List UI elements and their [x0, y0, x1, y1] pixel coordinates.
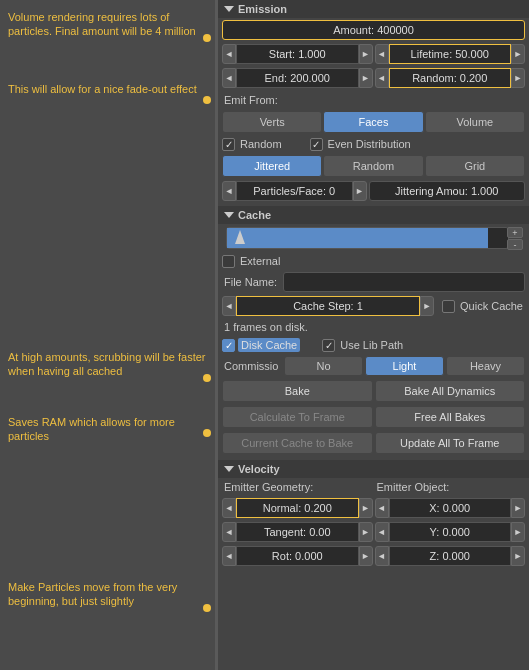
tangent-y-row: ◄ Tangent: 0.00 ► ◄ Y: 0.000 ►	[218, 520, 529, 544]
cache-step-dec[interactable]: ◄	[222, 296, 236, 316]
z-field[interactable]: Z: 0.000	[389, 546, 512, 566]
y-field-group: ◄ Y: 0.000 ►	[375, 522, 526, 542]
tab-jittered[interactable]: Jittered	[222, 155, 322, 177]
disk-cache-item: Disk Cache	[222, 338, 300, 352]
amount-row: Amount: 400000	[218, 18, 529, 42]
file-name-row: File Name:	[218, 270, 529, 294]
file-name-input[interactable]	[283, 272, 525, 292]
cache-bar[interactable]	[226, 227, 509, 249]
y-field[interactable]: Y: 0.000	[389, 522, 512, 542]
compression-row: Commissio No Light Heavy	[218, 354, 529, 378]
bake-btn[interactable]: Bake	[222, 380, 373, 402]
cache-collapse-icon[interactable]	[224, 212, 234, 218]
particles-face-inc[interactable]: ►	[353, 181, 367, 201]
y-inc-btn[interactable]: ►	[511, 522, 525, 542]
lifetime-field[interactable]: Lifetime: 50.000	[389, 44, 512, 64]
random-field[interactable]: Random: 0.200	[389, 68, 512, 88]
emit-from-tabs: Verts Faces Volume	[218, 109, 529, 135]
random-checkbox-item: Random	[222, 137, 284, 151]
jittering-field[interactable]: Jittering Amou: 1.000	[369, 181, 526, 201]
svg-marker-0	[235, 230, 245, 244]
dist-tab-group: Jittered Random Grid	[222, 155, 525, 177]
tab-faces[interactable]: Faces	[323, 111, 423, 133]
velocity-collapse-icon[interactable]	[224, 466, 234, 472]
end-field[interactable]: End: 200.000	[236, 68, 359, 88]
compression-group: No Light Heavy	[284, 356, 525, 376]
tangent-inc-btn[interactable]: ►	[359, 522, 373, 542]
update-all-btn[interactable]: Update All To Frame	[375, 432, 526, 454]
cache-plus-btn[interactable]: +	[507, 227, 523, 238]
random-inc-btn[interactable]: ►	[511, 68, 525, 88]
tab-verts[interactable]: Verts	[222, 111, 322, 133]
end-dec-btn[interactable]: ◄	[222, 68, 236, 88]
normal-dec-btn[interactable]: ◄	[222, 498, 236, 518]
external-checkbox[interactable]	[222, 255, 235, 268]
start-field[interactable]: Start: 1.000	[236, 44, 359, 64]
rot-field[interactable]: Rot: 0.000	[236, 546, 359, 566]
start-lifetime-row: ◄ Start: 1.000 ► ◄ Lifetime: 50.000 ►	[218, 42, 529, 66]
cache-step-field[interactable]: Cache Step: 1	[236, 296, 420, 316]
calculate-btn[interactable]: Calculate To Frame	[222, 406, 373, 428]
use-lib-path-checkbox[interactable]	[322, 339, 335, 352]
current-cache-row: Current Cache to Bake Update All To Fram…	[218, 430, 529, 456]
start-inc-btn[interactable]: ►	[359, 44, 373, 64]
cache-cursor	[235, 230, 245, 246]
amount-field[interactable]: Amount: 400000	[222, 20, 525, 40]
cache-side-btns: + -	[507, 227, 523, 250]
x-dec-btn[interactable]: ◄	[375, 498, 389, 518]
x-inc-btn[interactable]: ►	[511, 498, 525, 518]
comp-heavy-btn[interactable]: Heavy	[446, 356, 525, 376]
quick-cache-item: Quick Cache	[442, 299, 525, 313]
emit-from-row: Emit From:	[218, 90, 529, 109]
tangent-field-group: ◄ Tangent: 0.00 ►	[222, 522, 373, 542]
quick-cache-checkbox[interactable]	[442, 300, 455, 313]
end-field-group: ◄ End: 200.000 ►	[222, 68, 373, 88]
rot-inc-btn[interactable]: ►	[359, 546, 373, 566]
z-dec-btn[interactable]: ◄	[375, 546, 389, 566]
external-item: External	[222, 254, 282, 268]
annotation-4: Saves RAM which allows for more particle…	[8, 415, 207, 444]
normal-x-row: ◄ Normal: 0.200 ► ◄ X: 0.000 ►	[218, 496, 529, 520]
random-dec-btn[interactable]: ◄	[375, 68, 389, 88]
annotation-5: Make Particles move from the very beginn…	[8, 580, 207, 609]
x-field[interactable]: X: 0.000	[389, 498, 512, 518]
annotations-panel: Volume rendering requires lots of partic…	[0, 0, 215, 670]
comp-light-btn[interactable]: Light	[365, 356, 444, 376]
particles-face-field[interactable]: Particles/Face: 0	[236, 181, 353, 201]
even-dist-item: Even Distribution	[310, 137, 413, 151]
tab-volume[interactable]: Volume	[425, 111, 525, 133]
cache-minus-btn[interactable]: -	[507, 239, 523, 250]
free-all-btn[interactable]: Free All Bakes	[375, 406, 526, 428]
end-inc-btn[interactable]: ►	[359, 68, 373, 88]
start-dec-btn[interactable]: ◄	[222, 44, 236, 64]
normal-inc-btn[interactable]: ►	[359, 498, 373, 518]
emission-collapse-icon[interactable]	[224, 6, 234, 12]
cache-step-inc[interactable]: ►	[420, 296, 434, 316]
lifetime-inc-btn[interactable]: ►	[511, 44, 525, 64]
current-cache-btn[interactable]: Current Cache to Bake	[222, 432, 373, 454]
lifetime-dec-btn[interactable]: ◄	[375, 44, 389, 64]
tab-random[interactable]: Random	[323, 155, 423, 177]
bake-all-dynamics-btn[interactable]: Bake All Dynamics	[375, 380, 526, 402]
comp-no-btn[interactable]: No	[284, 356, 363, 376]
tangent-field[interactable]: Tangent: 0.00	[236, 522, 359, 542]
normal-field[interactable]: Normal: 0.200	[236, 498, 359, 518]
annotation-dot-2	[203, 96, 211, 104]
tangent-dec-btn[interactable]: ◄	[222, 522, 236, 542]
z-inc-btn[interactable]: ►	[511, 546, 525, 566]
annotation-1: Volume rendering requires lots of partic…	[8, 10, 207, 39]
particles-face-dec[interactable]: ◄	[222, 181, 236, 201]
cache-step-group: ◄ Cache Step: 1 ►	[222, 296, 434, 316]
rot-dec-btn[interactable]: ◄	[222, 546, 236, 566]
random-checkbox[interactable]	[222, 138, 235, 151]
y-dec-btn[interactable]: ◄	[375, 522, 389, 542]
emission-header: Emission	[218, 0, 529, 18]
particles-jitter-row: ◄ Particles/Face: 0 ► Jittering Amou: 1.…	[218, 179, 529, 203]
disk-cache-checkbox[interactable]	[222, 339, 235, 352]
calculate-row: Calculate To Frame Free All Bakes	[218, 404, 529, 430]
z-field-group: ◄ Z: 0.000 ►	[375, 546, 526, 566]
even-dist-checkbox[interactable]	[310, 138, 323, 151]
dist-tabs-row: Jittered Random Grid	[218, 153, 529, 179]
tab-grid[interactable]: Grid	[425, 155, 525, 177]
start-field-group: ◄ Start: 1.000 ►	[222, 44, 373, 64]
